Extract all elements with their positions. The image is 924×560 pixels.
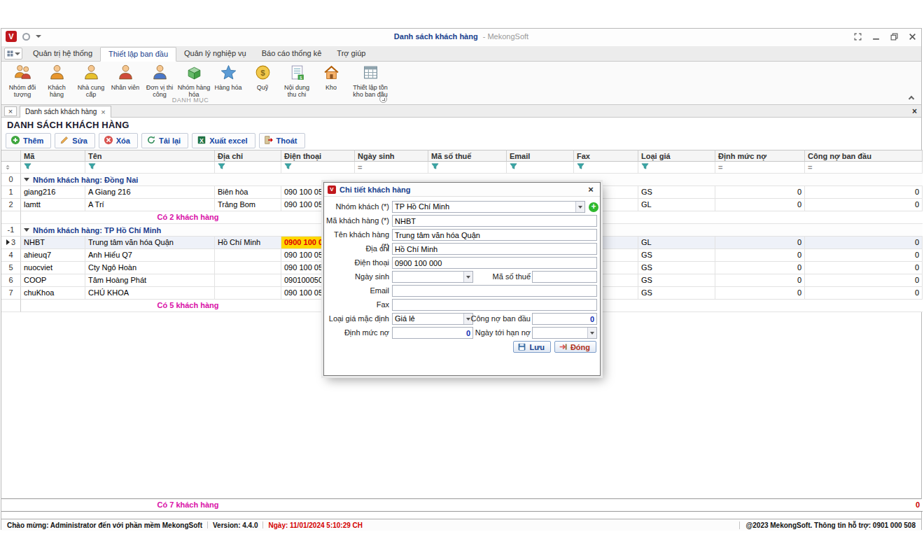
ribbon-item[interactable]: $Quỹ xyxy=(246,64,279,91)
dialog-close-icon[interactable]: × xyxy=(585,184,596,195)
cell[interactable]: GS xyxy=(638,287,715,300)
cell[interactable]: 0 xyxy=(805,249,923,262)
filter-cell[interactable]: = xyxy=(355,162,428,174)
filter-cell[interactable] xyxy=(507,162,574,174)
cell[interactable]: A Giang 216 xyxy=(85,186,215,199)
column-header[interactable]: Mã số thuế xyxy=(428,150,507,162)
group-dialog-launcher-icon[interactable] xyxy=(379,95,387,103)
column-header[interactable]: Định mức nợ xyxy=(715,150,805,162)
tab-strip-close-icon[interactable]: × xyxy=(912,106,917,116)
customer-code-input[interactable] xyxy=(392,215,597,227)
column-header[interactable]: Fax xyxy=(574,150,638,162)
cell[interactable]: chuKhoa xyxy=(21,287,85,300)
cell[interactable]: Cty Ngô Hoàn xyxy=(85,262,215,274)
cell[interactable]: GS xyxy=(638,262,715,274)
opening-debt-input[interactable] xyxy=(532,313,597,325)
cell[interactable]: GS xyxy=(638,186,715,199)
delete-button[interactable]: Xóa xyxy=(99,133,138,148)
ribbon-item[interactable]: Khách hàng xyxy=(40,64,74,98)
cell[interactable]: 0 xyxy=(805,262,923,274)
ribbon-tab[interactable]: Thiết lập ban đầu xyxy=(100,47,176,62)
cell[interactable]: giang216 xyxy=(21,186,85,199)
tab-list-close-button[interactable]: × xyxy=(4,106,17,116)
cell[interactable]: Tâm Hoàng Phát xyxy=(85,274,215,287)
cell[interactable]: 0 xyxy=(805,186,923,199)
cell[interactable]: Hồ Chí Minh xyxy=(215,237,281,249)
restore-icon[interactable] xyxy=(889,31,899,41)
cell[interactable]: 0 xyxy=(715,237,805,249)
debt-due-date-select[interactable] xyxy=(532,327,597,339)
cell[interactable]: COOP xyxy=(21,274,85,287)
ribbon-item[interactable]: $Nội dung thu chi xyxy=(280,64,314,98)
ribbon-item[interactable]: Nhân viên xyxy=(108,64,142,91)
phone-input[interactable] xyxy=(392,257,597,269)
cell[interactable]: GL xyxy=(638,199,715,211)
cell[interactable]: 0 xyxy=(715,262,805,274)
filter-cell[interactable]: = xyxy=(715,162,805,174)
cell[interactable]: 0 xyxy=(715,199,805,211)
cell[interactable]: nuocviet xyxy=(21,262,85,274)
close-button[interactable]: Đóng xyxy=(554,341,596,353)
reload-button[interactable]: Tải lại xyxy=(141,133,188,148)
edit-button[interactable]: Sửa xyxy=(55,133,94,148)
filter-cell[interactable] xyxy=(428,162,507,174)
cell[interactable]: 0 xyxy=(805,274,923,287)
ribbon-item[interactable]: Nhóm hàng hóa xyxy=(177,64,211,98)
column-header[interactable]: Ngày sinh xyxy=(355,150,428,162)
customer-name-input[interactable] xyxy=(392,229,597,241)
ribbon-item[interactable]: Kho xyxy=(314,64,348,91)
close-icon[interactable] xyxy=(907,31,917,41)
filter-cell[interactable] xyxy=(638,162,715,174)
exit-button[interactable]: Thoát xyxy=(259,133,305,148)
filter-cell[interactable] xyxy=(21,162,85,174)
email-input[interactable] xyxy=(392,285,597,297)
filter-cell[interactable] xyxy=(215,162,281,174)
fax-input[interactable] xyxy=(392,299,597,311)
ribbon-item[interactable]: Đơn vị thi công xyxy=(143,64,176,98)
filter-cell[interactable]: = xyxy=(805,162,923,174)
cell[interactable]: 0 xyxy=(805,237,923,249)
tax-code-input[interactable] xyxy=(532,271,597,283)
column-header[interactable]: Loại giá xyxy=(638,150,715,162)
column-header[interactable]: Địa chỉ xyxy=(215,150,281,162)
ribbon-collapse-icon[interactable] xyxy=(908,94,914,101)
cell[interactable]: 0 xyxy=(715,274,805,287)
fullscreen-icon[interactable] xyxy=(853,31,862,41)
ribbon-item[interactable]: Thiết lập tồn kho ban đầu xyxy=(349,64,392,98)
ribbon-tab[interactable]: Quản trị hệ thống xyxy=(25,47,100,61)
cell[interactable] xyxy=(215,262,281,274)
cell[interactable]: CHÚ KHOA xyxy=(85,287,215,300)
ribbon-tab[interactable]: Quản lý nghiệp vụ xyxy=(176,47,254,61)
cell[interactable]: 0 xyxy=(805,199,923,211)
filter-cell[interactable] xyxy=(574,162,638,174)
cell[interactable]: GL xyxy=(638,237,715,249)
customer-group-select[interactable]: TP Hồ Chí Minh xyxy=(392,201,585,213)
filter-cell[interactable] xyxy=(281,162,355,174)
cell[interactable] xyxy=(215,274,281,287)
cell[interactable]: Trung tâm văn hóa Quận xyxy=(85,237,215,249)
address-input[interactable] xyxy=(392,243,597,255)
cell[interactable]: NHBT xyxy=(21,237,85,249)
cell[interactable]: A Trí xyxy=(85,199,215,211)
column-header[interactable]: Email xyxy=(507,150,574,162)
cell[interactable]: ahieuq7 xyxy=(21,249,85,262)
ribbon-item[interactable]: Nhóm đối tượng xyxy=(6,64,39,98)
ribbon-item[interactable]: Hàng hóa xyxy=(211,64,245,91)
column-header[interactable]: Công nợ ban đầu xyxy=(805,150,923,162)
document-tab-customers[interactable]: Danh sách khách hàng × xyxy=(20,106,111,118)
add-button[interactable]: Thêm xyxy=(6,133,51,148)
cell[interactable]: GS xyxy=(638,249,715,262)
cell[interactable]: Anh Hiếu Q7 xyxy=(85,249,215,262)
ribbon-tab[interactable]: Trợ giúp xyxy=(329,47,373,61)
tab-close-icon[interactable]: × xyxy=(101,108,105,116)
column-header[interactable]: Mã xyxy=(21,150,85,162)
minimize-icon[interactable] xyxy=(871,31,881,41)
cell[interactable]: 0 xyxy=(715,186,805,199)
ribbon-item[interactable]: Nhà cung cấp xyxy=(74,64,108,98)
save-button[interactable]: Lưu xyxy=(513,341,550,353)
cell[interactable]: 0 xyxy=(715,287,805,300)
filter-cell[interactable] xyxy=(85,162,215,174)
cell[interactable]: 0 xyxy=(715,249,805,262)
cell[interactable] xyxy=(215,249,281,262)
cell[interactable]: GS xyxy=(638,274,715,287)
